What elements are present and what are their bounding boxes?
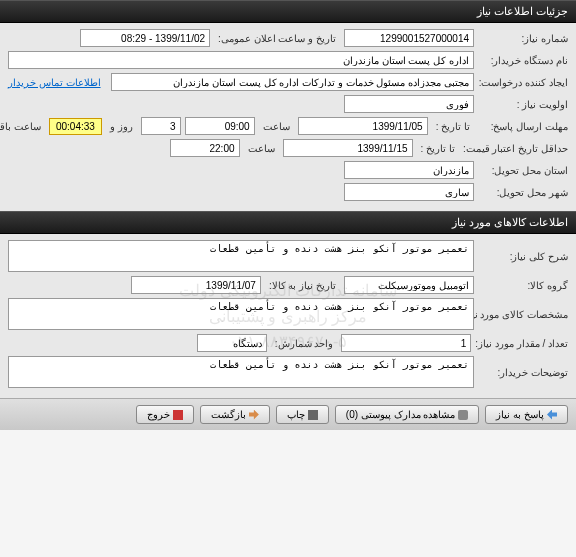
qty-field[interactable] [341, 334, 471, 352]
unit-label: واحد شمارش: [271, 338, 338, 349]
exit-icon [173, 410, 183, 420]
need-info-form: شماره نیاز: تاریخ و ساعت اعلان عمومی: نا… [0, 23, 576, 211]
specs-label: مشخصات کالای مورد نیاز: [478, 309, 568, 320]
iran-code-date-field[interactable] [131, 276, 261, 294]
iran-code-date-label: تاریخ نیاز به کالا: [265, 280, 340, 291]
exit-button[interactable]: خروج [136, 405, 194, 424]
deadline-time-label: ساعت [259, 121, 294, 132]
validity-time-label: ساعت [244, 143, 279, 154]
general-desc-label: شرح کلی نیاز: [478, 251, 568, 262]
attachments-label: مشاهده مدارک پیوستی (0) [346, 409, 456, 420]
buyer-notes-label: توضیحات خریدار: [478, 367, 568, 378]
need-number-label: شماره نیاز: [478, 33, 568, 44]
print-icon [308, 410, 318, 420]
reply-label: پاسخ به نیاز [496, 409, 544, 420]
requester-field[interactable] [111, 73, 474, 91]
reply-button[interactable]: پاسخ به نیاز [485, 405, 568, 424]
priority-label: اولویت نیاز : [478, 99, 568, 110]
deadline-label: مهلت ارسال پاسخ: [478, 121, 568, 132]
priority-field[interactable] [344, 95, 474, 113]
group-label: گروه کالا: [478, 280, 568, 291]
back-icon [249, 410, 259, 420]
requester-label: ایجاد کننده درخواست: [478, 77, 568, 88]
general-desc-field[interactable] [8, 240, 474, 272]
exit-label: خروج [147, 409, 170, 420]
specs-field[interactable] [8, 298, 474, 330]
days-suffix: روز و [106, 121, 137, 132]
city-label: شهر محل تحویل: [478, 187, 568, 198]
group-field[interactable] [344, 276, 474, 294]
reply-icon [547, 410, 557, 420]
print-button[interactable]: چاپ [276, 405, 329, 424]
announce-label: تاریخ و ساعت اعلان عمومی: [214, 33, 340, 44]
unit-field[interactable] [197, 334, 267, 352]
back-button[interactable]: بازگشت [200, 405, 270, 424]
validity-label: حداقل تاریخ اعتبار قیمت: [463, 143, 568, 154]
to-date-label: تا تاریخ : [432, 121, 474, 132]
goods-info-header: اطلاعات کالاهای مورد نیاز [0, 211, 576, 234]
validity-date-field[interactable] [283, 139, 413, 157]
buyer-notes-field[interactable] [8, 356, 474, 388]
province-field[interactable] [344, 161, 474, 179]
city-field[interactable] [344, 183, 474, 201]
need-info-header: جزئیات اطلاعات نیاز [0, 0, 576, 23]
remaining-suffix: ساعت باقی مانده [0, 121, 45, 132]
goods-info-form: سامانه تدارکات الکترونیکی دولت مرکز راهب… [0, 234, 576, 398]
announce-field[interactable] [80, 29, 210, 47]
validity-to-date-label: تا تاریخ : [417, 143, 459, 154]
back-label: بازگشت [211, 409, 246, 420]
deadline-time-field[interactable] [185, 117, 255, 135]
buyer-org-field[interactable] [8, 51, 474, 69]
print-label: چاپ [287, 409, 305, 420]
days-remaining-field[interactable] [141, 117, 181, 135]
buyer-org-label: نام دستگاه خریدار: [478, 55, 568, 66]
buyer-contact-link[interactable]: اطلاعات تماس خریدار [8, 77, 101, 88]
countdown-timer: 00:04:33 [49, 118, 102, 135]
qty-label: تعداد / مقدار مورد نیاز: [475, 338, 568, 349]
attachments-button[interactable]: مشاهده مدارک پیوستی (0) [335, 405, 480, 424]
validity-time-field[interactable] [170, 139, 240, 157]
attachment-icon [458, 410, 468, 420]
province-label: استان محل تحویل: [478, 165, 568, 176]
need-number-field[interactable] [344, 29, 474, 47]
button-bar: پاسخ به نیاز مشاهده مدارک پیوستی (0) چاپ… [0, 398, 576, 430]
deadline-date-field[interactable] [298, 117, 428, 135]
